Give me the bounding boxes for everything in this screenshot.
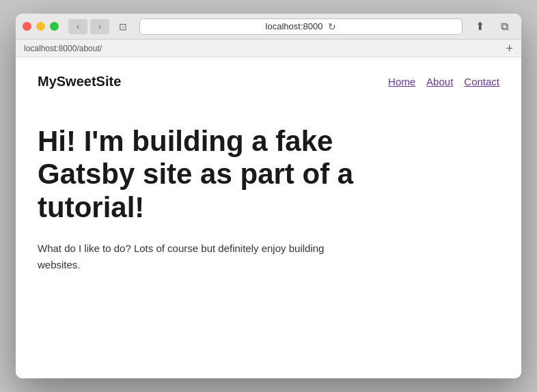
nav-about[interactable]: About xyxy=(426,76,453,87)
new-window-icon: ⧉ xyxy=(501,20,508,33)
address-bar-container: localhost:8000 ↻ xyxy=(139,18,463,35)
new-tab-button[interactable]: + xyxy=(506,42,513,55)
new-window-button[interactable]: ⧉ xyxy=(494,18,514,35)
toolbar-right: ⬆ ⧉ xyxy=(469,18,514,35)
sidebar-icon: ⊡ xyxy=(119,21,127,32)
refresh-button[interactable]: ↻ xyxy=(328,21,336,32)
share-button[interactable]: ⬆ xyxy=(469,18,490,35)
back-icon: ‹ xyxy=(77,22,79,31)
share-icon: ⬆ xyxy=(476,20,484,33)
maximize-button[interactable] xyxy=(50,22,59,31)
site-header: MySweetSite Home About Contact xyxy=(16,57,521,103)
address-text: localhost:8000 xyxy=(266,21,323,31)
site-logo: MySweetSite xyxy=(38,74,121,89)
nav-home[interactable]: Home xyxy=(388,76,415,87)
close-button[interactable] xyxy=(23,22,31,31)
title-bar: ‹ › ⊡ localhost:8000 ↻ ⬆ ⧉ xyxy=(16,14,521,40)
back-button[interactable]: ‹ xyxy=(68,19,87,34)
website-content: MySweetSite Home About Contact Hi! I'm b… xyxy=(16,57,521,378)
url-bar: localhost:8000/about/ + xyxy=(16,40,521,57)
nav-contact[interactable]: Contact xyxy=(464,76,499,87)
sidebar-toggle-button[interactable]: ⊡ xyxy=(113,19,133,34)
browser-window: ‹ › ⊡ localhost:8000 ↻ ⬆ ⧉ xyxy=(16,14,521,378)
browser-nav-buttons: ‹ › xyxy=(68,19,109,34)
url-full-text: localhost:8000/about/ xyxy=(24,44,506,53)
window-controls xyxy=(23,22,59,31)
forward-button[interactable]: › xyxy=(90,19,109,34)
address-bar[interactable]: localhost:8000 ↻ xyxy=(139,18,463,35)
page-heading: Hi! I'm building a fake Gatsby site as p… xyxy=(38,125,420,224)
site-main: Hi! I'm building a fake Gatsby site as p… xyxy=(16,103,521,295)
new-tab-icon: + xyxy=(506,42,513,55)
site-nav: Home About Contact xyxy=(388,76,499,87)
refresh-icon: ↻ xyxy=(328,21,336,32)
minimize-button[interactable] xyxy=(36,22,45,31)
forward-icon: › xyxy=(98,22,101,31)
page-body: What do I like to do? Lots of course but… xyxy=(38,240,366,273)
